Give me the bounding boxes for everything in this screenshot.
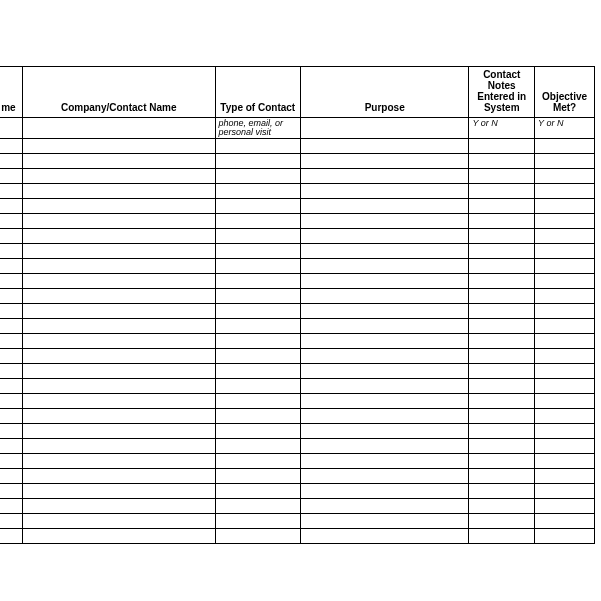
table-cell <box>0 243 22 258</box>
table-cell <box>22 318 215 333</box>
table-row <box>0 153 595 168</box>
table-cell <box>22 348 215 363</box>
table-cell <box>22 168 215 183</box>
table-cell <box>0 183 22 198</box>
hint-company-contact <box>22 118 215 139</box>
table-cell <box>469 468 535 483</box>
table-row <box>0 183 595 198</box>
table-cell <box>22 408 215 423</box>
hint-purpose <box>301 118 469 139</box>
table-cell <box>469 168 535 183</box>
table-cell <box>469 408 535 423</box>
table-row <box>0 363 595 378</box>
table-cell <box>215 243 300 258</box>
hint-col1 <box>0 118 22 139</box>
table-cell <box>215 198 300 213</box>
contact-log-sheet: me Company/Contact Name Type of Contact … <box>0 0 601 601</box>
table-cell <box>22 498 215 513</box>
table-row <box>0 348 595 363</box>
table-cell <box>301 363 469 378</box>
table-cell <box>0 153 22 168</box>
table-row <box>0 438 595 453</box>
table-cell <box>535 438 595 453</box>
table-cell <box>469 273 535 288</box>
table-cell <box>22 393 215 408</box>
table-cell <box>469 198 535 213</box>
table-cell <box>215 378 300 393</box>
table-cell <box>0 318 22 333</box>
table-body: phone, email, or personal visit Y or N Y… <box>0 118 595 544</box>
table-row <box>0 168 595 183</box>
table-cell <box>215 408 300 423</box>
table-cell <box>535 393 595 408</box>
table-cell <box>215 528 300 543</box>
table-cell <box>301 198 469 213</box>
table-cell <box>301 273 469 288</box>
table-row <box>0 228 595 243</box>
table-cell <box>215 483 300 498</box>
table-cell <box>301 438 469 453</box>
table-cell <box>469 378 535 393</box>
table-cell <box>22 138 215 153</box>
table-cell <box>301 348 469 363</box>
table-row <box>0 393 595 408</box>
table-row <box>0 513 595 528</box>
table-cell <box>535 258 595 273</box>
table-cell <box>0 378 22 393</box>
table-cell <box>0 408 22 423</box>
table-cell <box>301 393 469 408</box>
table-cell <box>22 438 215 453</box>
table-cell <box>0 513 22 528</box>
table-cell <box>469 183 535 198</box>
table-cell <box>215 363 300 378</box>
header-col1: me <box>0 67 22 118</box>
table-cell <box>22 198 215 213</box>
table-cell <box>22 483 215 498</box>
table-cell <box>301 243 469 258</box>
table-cell <box>0 273 22 288</box>
table-cell <box>535 528 595 543</box>
table-cell <box>535 243 595 258</box>
table-cell <box>535 213 595 228</box>
table-cell <box>535 303 595 318</box>
table-cell <box>301 183 469 198</box>
table-row <box>0 483 595 498</box>
table-cell <box>535 168 595 183</box>
table-cell <box>469 528 535 543</box>
table-cell <box>22 273 215 288</box>
table-cell <box>301 153 469 168</box>
table-cell <box>215 288 300 303</box>
table-cell <box>215 153 300 168</box>
table-cell <box>0 303 22 318</box>
table-cell <box>301 258 469 273</box>
table-cell <box>469 453 535 468</box>
table-cell <box>215 258 300 273</box>
table-cell <box>535 363 595 378</box>
table-cell <box>22 423 215 438</box>
table-cell <box>0 423 22 438</box>
table-row <box>0 258 595 273</box>
table-cell <box>22 153 215 168</box>
table-cell <box>215 168 300 183</box>
table-cell <box>22 213 215 228</box>
table-cell <box>215 513 300 528</box>
header-company-contact: Company/Contact Name <box>22 67 215 118</box>
table-cell <box>535 513 595 528</box>
table-cell <box>535 198 595 213</box>
table-cell <box>535 498 595 513</box>
table-cell <box>0 468 22 483</box>
table-cell <box>469 513 535 528</box>
table-cell <box>301 333 469 348</box>
table-row <box>0 273 595 288</box>
table-cell <box>535 378 595 393</box>
table-cell <box>215 183 300 198</box>
table-cell <box>215 333 300 348</box>
table-cell <box>535 288 595 303</box>
table-row <box>0 333 595 348</box>
table-cell <box>301 378 469 393</box>
table-cell <box>215 393 300 408</box>
header-row: me Company/Contact Name Type of Contact … <box>0 67 595 118</box>
table-cell <box>22 468 215 483</box>
table-row <box>0 243 595 258</box>
table-row <box>0 498 595 513</box>
